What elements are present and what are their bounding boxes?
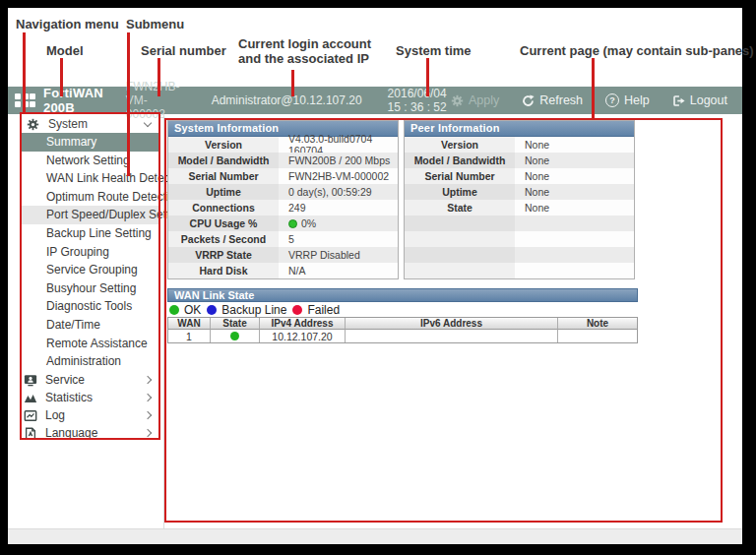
legend-backup-line: Backup Line (207, 303, 286, 317)
info-row: VRRP StateVRRP Disabled (168, 247, 398, 263)
nav-group-log-label: Log (45, 408, 65, 422)
sidebar-item-service-grouping[interactable]: Service Grouping (21, 261, 160, 279)
gear-icon (27, 118, 39, 131)
help-icon: ? (605, 93, 619, 107)
wan-table-header: WAN State IPv4 Address IPv6 Address Note (168, 318, 637, 330)
nav-group-language-label: Language (45, 426, 97, 440)
red-dot-icon (292, 305, 302, 315)
header-system-time: 2016/06/04 15 : 36 : 52 (388, 87, 451, 114)
nav-group-service[interactable]: Service (21, 371, 160, 389)
wan-link-table: WAN State IPv4 Address IPv6 Address Note… (167, 317, 638, 343)
nav-group-system-label: System (48, 117, 88, 131)
annotation-line-submenu (127, 32, 130, 176)
logout-icon (672, 94, 685, 107)
info-row: Hard DiskN/A (168, 263, 398, 278)
nav-groups: Service Statistics Log Language (21, 371, 160, 442)
nav-group-statistics[interactable]: Statistics (21, 389, 160, 406)
info-row-empty (405, 247, 634, 263)
annotation-line-current-page (592, 58, 595, 118)
info-row: Serial NumberNone (405, 168, 634, 184)
legend-failed: Failed (292, 303, 340, 317)
col-wan: WAN (168, 318, 211, 330)
product-model-name: FortiWAN 200B (43, 86, 103, 115)
nav-group-language[interactable]: Language (21, 424, 160, 442)
sidebar-item-remote-assistance[interactable]: Remote Assistance (21, 335, 160, 353)
peer-information-title: Peer Information (405, 121, 634, 137)
col-ipv6: IPv6 Address (346, 318, 558, 330)
sidebar-item-summary[interactable]: Summary (21, 133, 160, 152)
wan-link-state-title: WAN Link State (167, 288, 638, 302)
help-button[interactable]: ? Help (605, 93, 650, 107)
annotation-model: Model (46, 43, 84, 58)
apply-button[interactable]: Apply (451, 93, 499, 107)
footer-strip (8, 528, 742, 544)
wan1-status-dot (230, 332, 239, 340)
cpu-status-dot (288, 219, 297, 228)
col-note: Note (558, 318, 637, 330)
info-row: UptimeNone (405, 184, 634, 200)
apply-gear-icon (451, 94, 464, 107)
system-information-panel: System Information VersionV4.03.0-build0… (167, 120, 399, 279)
annotation-line-model (60, 58, 63, 96)
service-icon (24, 374, 37, 387)
statistics-icon (24, 392, 37, 404)
annotation-line-navigation-menu (23, 32, 26, 112)
annotation-line-system-time (426, 58, 429, 96)
header-actions: Apply Refresh ? Help Logout (451, 93, 742, 107)
annotation-line-serial (158, 58, 160, 96)
info-row-empty (405, 263, 634, 278)
info-row: Model / BandwidthNone (405, 153, 634, 168)
system-submenu: Summary Network Setting WAN Link Health … (21, 133, 160, 371)
annotation-navigation-menu: Navigation menu (16, 17, 119, 31)
screenshot-stage: Navigation menu Submenu Model Serial num… (0, 0, 756, 555)
info-row: Packets / Second5 (168, 231, 398, 247)
refresh-icon (522, 94, 535, 107)
blue-dot-icon (207, 305, 217, 315)
language-icon (24, 427, 37, 440)
chevron-right-icon (144, 429, 152, 437)
info-row: Model / BandwidthFWN200B / 200 Mbps (168, 153, 398, 168)
info-row: VersionNone (405, 137, 634, 153)
info-row: Uptime0 day(s), 00:59:29 (168, 184, 398, 200)
logout-button[interactable]: Logout (672, 93, 727, 107)
chevron-right-icon (144, 376, 152, 384)
annotation-submenu: Submenu (126, 17, 184, 31)
sidebar-item-network-setting[interactable]: Network Setting (21, 152, 160, 170)
annotation-line-login (291, 70, 294, 96)
sidebar-item-wan-link-health-detection[interactable]: WAN Link Health Detection (21, 169, 160, 188)
sidebar-item-busyhour-setting[interactable]: Busyhour Setting (21, 279, 160, 298)
header-login-account: Administrator@10.12.107.20 (212, 93, 362, 107)
info-row-cpu: CPU Usage % 0% (168, 216, 398, 231)
refresh-button[interactable]: Refresh (522, 93, 583, 107)
annotation-system-time: System time (396, 43, 472, 58)
wan-state-legend: OK Backup Line Failed (169, 303, 638, 316)
info-row: Connections249 (168, 200, 398, 216)
info-row: StateNone (405, 200, 634, 216)
nav-group-statistics-label: Statistics (45, 391, 93, 404)
annotation-serial-number: Serial number (141, 43, 226, 58)
log-icon (24, 409, 37, 422)
chevron-right-icon (144, 394, 152, 401)
info-row: VersionV4.03.0-build0704 160704 (168, 137, 398, 153)
green-dot-icon (169, 305, 179, 315)
chevron-right-icon (144, 411, 152, 419)
annotation-current-page: Current page (may contain sub-panes) (520, 43, 754, 58)
info-row: Serial NumberFWN2HB-VM-000002 (168, 168, 398, 184)
sidebar-item-date-time[interactable]: Date/Time (21, 316, 160, 335)
nav-group-log[interactable]: Log (21, 406, 160, 424)
col-state: State (211, 318, 260, 330)
sidebar-item-ip-grouping[interactable]: IP Grouping (21, 243, 160, 262)
sidebar-item-administration[interactable]: Administration (21, 352, 160, 371)
annotation-login-account: Current login account and the associated… (238, 36, 371, 66)
sidebar-item-port-speed-duplex-setting[interactable]: Port Speed/Duplex Setting (21, 206, 160, 224)
info-row-empty (405, 231, 634, 247)
top-header-bar: FortiWAN 200B FWN2HB-VM-000002 Administr… (8, 87, 742, 114)
sidebar-item-backup-line-setting[interactable]: Backup Line Setting (21, 224, 160, 243)
sidebar-item-diagnostic-tools[interactable]: Diagnostic Tools (21, 297, 160, 316)
sidebar-item-optimum-route-detection[interactable]: Optimum Route Detection (21, 188, 160, 207)
header-serial-number: FWN2HB-VM-000002 (126, 80, 186, 121)
legend-ok: OK (169, 303, 201, 317)
info-row-empty (405, 216, 634, 231)
wan-link-state-panel: WAN Link State OK Backup Line Failed WAN… (167, 288, 638, 343)
col-ipv4: IPv4 Address (260, 318, 346, 330)
